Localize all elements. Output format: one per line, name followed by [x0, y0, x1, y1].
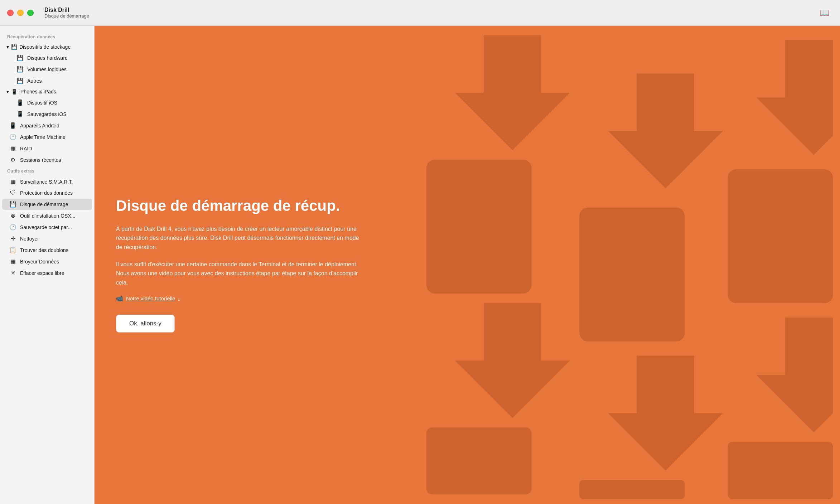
link-chevron-icon: ›	[178, 296, 180, 301]
svg-marker-10	[756, 318, 833, 432]
svg-rect-9	[728, 169, 833, 303]
svg-marker-4	[608, 74, 723, 189]
broyeur-label: Broyeur Données	[20, 259, 59, 265]
sidebar-item-protection-donnees[interactable]: 🛡 Protection des données	[2, 188, 92, 198]
disk-hw-icon: 💾	[16, 54, 24, 61]
svg-rect-11	[728, 442, 833, 499]
appareils-android-label: Appareils Android	[20, 123, 59, 129]
disque-demarrage-label: Disque de démarrage	[20, 202, 68, 207]
dispositif-ios-icon: 📱	[16, 99, 24, 106]
background-decoration	[348, 26, 833, 504]
nettoyer-icon: ✛	[9, 235, 16, 242]
outil-osx-label: Outil d'installation OSX...	[20, 213, 75, 219]
sidebar-item-disques-hardware[interactable]: 💾 Disques hardware	[2, 52, 92, 63]
close-button[interactable]	[7, 10, 14, 16]
svg-marker-0	[455, 35, 570, 150]
maximize-button[interactable]	[27, 10, 34, 16]
doublons-icon: 📋	[9, 247, 16, 253]
sauvegardes-ios-icon: 📱	[16, 111, 24, 117]
sidebar-item-autres[interactable]: 💾 Autres	[2, 75, 92, 86]
minimize-button[interactable]	[17, 10, 24, 16]
sessions-icon: ⚙	[9, 156, 16, 163]
sidebar-item-volumes-logiques[interactable]: 💾 Volumes logiques	[2, 64, 92, 75]
android-icon: 📱	[9, 122, 16, 129]
storage-group-label: Dispositifs de stockage	[19, 44, 71, 50]
sauvegarde-octet-icon: 🕐	[9, 224, 16, 231]
section-recuperation-label: Récupération données	[0, 32, 94, 42]
sidebar-item-appareils-android[interactable]: 📱 Appareils Android	[2, 120, 92, 131]
content-para1: À partir de Disk Drill 4, vous n'avez pl…	[116, 224, 367, 252]
storage-icon: 💾	[11, 44, 17, 50]
sidebar-item-dispositifs-storage[interactable]: ▾ 💾 Dispositifs de stockage	[2, 42, 92, 52]
raid-icon: ▦	[9, 145, 16, 152]
video-icon: 📹	[116, 295, 123, 302]
sessions-recentes-label: Sessions récentes	[20, 157, 61, 163]
autres-icon: 💾	[16, 77, 24, 84]
sidebar-item-iphones-ipads-group[interactable]: ▾ 📱 iPhones & iPads	[2, 87, 92, 97]
smart-icon: ▦	[9, 178, 16, 185]
time-machine-icon: 🕐	[9, 134, 16, 140]
titlebar: Disk Drill Disque de démarrage 📖	[0, 0, 840, 26]
broyeur-icon: ▦	[9, 258, 16, 265]
sidebar-item-nettoyer[interactable]: ✛ Nettoyer	[2, 233, 92, 244]
disques-hardware-label: Disques hardware	[27, 55, 68, 61]
traffic-lights	[7, 10, 34, 16]
book-icon[interactable]: 📖	[820, 8, 829, 18]
main-layout: Récupération données ▾ 💾 Dispositifs de …	[0, 26, 840, 504]
osx-icon: ⊗	[9, 212, 16, 219]
demarrage-icon: 💾	[9, 201, 16, 208]
svg-marker-6	[608, 356, 723, 471]
sidebar-item-sauvegarde-octet[interactable]: 🕐 Sauvegarde octet par...	[2, 222, 92, 233]
sidebar-item-broyeur[interactable]: ▦ Broyeur Données	[2, 256, 92, 267]
protection-icon: 🛡	[9, 190, 16, 196]
sauvegardes-ios-label: Sauvegardes iOS	[27, 111, 67, 117]
svg-rect-7	[579, 480, 685, 499]
effacer-espace-label: Effacer espace libre	[20, 270, 64, 276]
section-outils-label: Outils extras	[0, 166, 94, 176]
effacer-icon: ✳	[9, 270, 16, 276]
surveillance-smart-label: Surveillance S.M.A.R.T.	[20, 179, 73, 185]
raid-label: RAID	[20, 146, 32, 151]
chevron-ios-icon: ▾	[6, 89, 9, 94]
content-area: Disque de démarrage de récup. À partir d…	[95, 26, 840, 504]
sidebar-item-disque-demarrage[interactable]: 💾 Disque de démarrage	[2, 199, 92, 210]
svg-rect-5	[579, 208, 685, 341]
sidebar-item-dispositif-ios[interactable]: 📱 Dispositif iOS	[2, 97, 92, 108]
content-para2: Il vous suffit d'exécuter une certaine c…	[116, 260, 367, 287]
sidebar-item-effacer-espace[interactable]: ✳ Effacer espace libre	[2, 267, 92, 278]
titlebar-text: Disk Drill Disque de démarrage	[44, 7, 89, 19]
iphone-icon: 📱	[11, 89, 17, 94]
apple-time-machine-label: Apple Time Machine	[20, 134, 66, 140]
svg-rect-3	[426, 427, 531, 494]
sidebar-item-outil-osx[interactable]: ⊗ Outil d'installation OSX...	[2, 210, 92, 221]
app-title: Disk Drill	[44, 7, 89, 13]
protection-donnees-label: Protection des données	[20, 190, 73, 196]
dispositif-ios-label: Dispositif iOS	[27, 100, 57, 106]
sidebar: Récupération données ▾ 💾 Dispositifs de …	[0, 26, 95, 504]
content-title: Disque de démarrage de récup.	[116, 197, 367, 214]
sidebar-item-apple-time-machine[interactable]: 🕐 Apple Time Machine	[2, 131, 92, 142]
sauvegarde-octet-label: Sauvegarde octet par...	[20, 224, 72, 230]
doublons-label: Trouver des doublons	[20, 247, 68, 253]
video-link-text: Notre vidéo tutorielle	[126, 295, 175, 301]
nettoyer-label: Nettoyer	[20, 236, 39, 242]
iphones-group-label: iPhones & iPads	[19, 89, 56, 94]
svg-rect-1	[426, 160, 531, 294]
titlebar-subtitle: Disque de démarrage	[44, 13, 89, 19]
ok-button[interactable]: Ok, allons-y	[116, 315, 175, 333]
volumes-logiques-label: Volumes logiques	[27, 67, 67, 72]
sidebar-item-raid[interactable]: ▦ RAID	[2, 143, 92, 154]
svg-marker-2	[455, 303, 570, 418]
autres-label: Autres	[27, 78, 42, 84]
volumes-icon: 💾	[16, 66, 24, 73]
video-link[interactable]: 📹 Notre vidéo tutorielle ›	[116, 295, 367, 302]
sidebar-item-sessions-recentes[interactable]: ⚙ Sessions récentes	[2, 154, 92, 165]
chevron-storage-icon: ▾	[6, 44, 9, 50]
sidebar-item-surveillance-smart[interactable]: ▦ Surveillance S.M.A.R.T.	[2, 176, 92, 187]
sidebar-item-doublons[interactable]: 📋 Trouver des doublons	[2, 244, 92, 256]
sidebar-item-sauvegardes-ios[interactable]: 📱 Sauvegardes iOS	[2, 108, 92, 120]
content-body: Disque de démarrage de récup. À partir d…	[95, 26, 388, 504]
svg-marker-8	[756, 40, 833, 155]
